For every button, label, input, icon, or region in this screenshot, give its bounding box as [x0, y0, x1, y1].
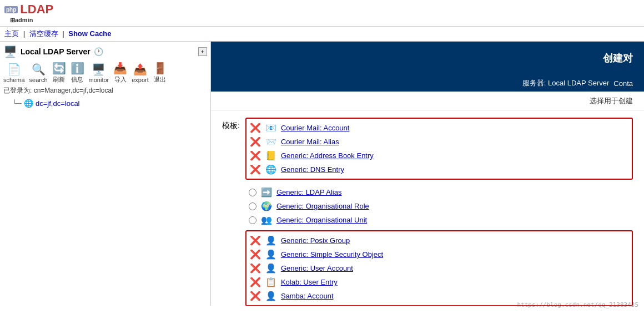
link-courier-mail-account[interactable]: Courier Mail: Account	[281, 124, 350, 132]
icon-kolab: 📋	[265, 277, 276, 287]
template-row: 模板: ❌ 📧 Courier Mail: Account ❌ 📨 Courie…	[222, 118, 633, 306]
logo-area: php LDAP ⊞admin	[0, 0, 644, 27]
main-layout: 🖥️ Local LDAP Server 🕐 + 📄 schema 🔍 sear…	[0, 42, 644, 306]
icon-org-unit: 👥	[261, 215, 272, 225]
icon-address-book: 📒	[265, 150, 276, 161]
tree-root[interactable]: └─ 🌐 dc=jf,dc=local	[3, 98, 207, 109]
info-label: 信息	[71, 75, 83, 84]
watermark: https://blog.csdn.net/qq_21383435	[517, 301, 638, 306]
content-title: 创建对	[603, 52, 633, 65]
list-item: ❌ 📋 Kolab: User Entry	[250, 275, 628, 289]
radio-org-role[interactable]	[249, 202, 256, 210]
instruction-text: 选择用于创建	[590, 97, 633, 105]
template-lists: ❌ 📧 Courier Mail: Account ❌ 📨 Courier Ma…	[245, 118, 633, 306]
error-icon-samba[interactable]: ❌	[250, 291, 261, 301]
toolbar-search[interactable]: 🔍 search	[29, 63, 48, 83]
label-generic-org-role: Generic: Organisational Role	[276, 202, 369, 210]
search-icon: 🔍	[32, 63, 46, 76]
toolbar-refresh[interactable]: 🔄 刷新	[52, 62, 66, 84]
icon-posix-group: 👤	[265, 235, 276, 246]
toolbar-import[interactable]: 📥 导入	[113, 62, 127, 84]
link-generic-address-book[interactable]: Generic: Address Book Entry	[281, 151, 374, 160]
error-icon-simple-security[interactable]: ❌	[250, 249, 261, 260]
nav-sep-2: |	[62, 29, 66, 38]
content-area: 创建对 服务器: Local LDAP Server Conta 选择用于创建 …	[211, 42, 644, 306]
logout-icon: 🚪	[153, 62, 167, 75]
server-title-label: Local LDAP Server	[21, 47, 90, 56]
red-group-2: ❌ 👤 Generic: Posix Group ❌ 👤 Generic: Si…	[245, 230, 633, 306]
toolbar-info[interactable]: ℹ️ 信息	[71, 62, 84, 84]
list-item: ❌ 📧 Courier Mail: Account	[250, 121, 628, 135]
link-generic-simple-security[interactable]: Generic: Simple Security Object	[281, 250, 383, 259]
label-generic-ldap-alias: Generic: LDAP Alias	[276, 188, 342, 196]
ldap-text: LDAP	[20, 2, 53, 17]
content-subheader: 服务器: Local LDAP Server Conta	[211, 75, 644, 92]
import-icon: 📥	[113, 62, 127, 75]
logo-row2: ⊞admin	[4, 17, 53, 24]
link-generic-posix-group[interactable]: Generic: Posix Group	[281, 236, 350, 245]
logout-label: 退出	[154, 75, 166, 84]
radio-org-unit[interactable]	[249, 216, 256, 224]
list-item: ➡️ Generic: LDAP Alias	[249, 185, 630, 199]
list-item: ❌ 🌐 Generic: DNS Entry	[250, 163, 628, 176]
link-samba-account[interactable]: Samba: Account	[281, 292, 334, 300]
tree-node-label[interactable]: dc=jf,dc=local	[36, 99, 80, 108]
list-item: ❌ 👤 Generic: Posix Group	[250, 234, 628, 247]
icon-samba: 👤	[265, 291, 276, 301]
sidebar-top: 🖥️ Local LDAP Server 🕐 +	[3, 45, 207, 58]
server-title-area: 🖥️ Local LDAP Server 🕐	[3, 45, 103, 58]
error-icon-courier-account[interactable]: ❌	[250, 123, 261, 133]
link-courier-mail-alias[interactable]: Courier Mail: Alias	[281, 138, 339, 146]
schema-icon: 📄	[7, 63, 21, 76]
icon-user-account: 👤	[265, 263, 276, 274]
label-generic-org-unit: Generic: Organisational Unit	[276, 216, 367, 224]
toolbar-monitor[interactable]: 🖥️ monitor	[89, 63, 109, 83]
icon-dns: 🌐	[265, 164, 276, 175]
list-item: ❌ 📒 Generic: Address Book Entry	[250, 149, 628, 163]
logo-row1: php LDAP	[4, 2, 53, 17]
toolbar: 📄 schema 🔍 search 🔄 刷新 ℹ️ 信息 🖥️ monitor …	[3, 62, 207, 84]
error-icon-posix-group[interactable]: ❌	[250, 235, 261, 246]
subheader-contact: Conta	[613, 79, 633, 88]
php-badge: php	[4, 6, 18, 13]
collapse-button[interactable]: +	[198, 47, 207, 56]
schema-label: schema	[3, 77, 25, 83]
list-item: ❌ 📨 Courier Mail: Alias	[250, 135, 628, 149]
sidebar: 🖥️ Local LDAP Server 🕐 + 📄 schema 🔍 sear…	[0, 42, 211, 306]
icon-simple-security: 👤	[265, 249, 276, 260]
error-icon-user-account[interactable]: ❌	[250, 263, 261, 274]
refresh-label: 刷新	[53, 75, 65, 84]
tree-expand-icon: └─	[12, 99, 22, 107]
search-label: search	[29, 77, 48, 83]
toolbar-logout[interactable]: 🚪 退出	[153, 62, 167, 84]
toolbar-export[interactable]: 📤 export	[132, 63, 149, 83]
error-icon-kolab[interactable]: ❌	[250, 277, 261, 287]
error-icon-courier-alias[interactable]: ❌	[250, 136, 261, 147]
refresh-icon: 🔄	[52, 62, 66, 75]
nav-clear-cache[interactable]: 清空缓存	[29, 29, 58, 38]
nav-home[interactable]: 主页	[4, 29, 19, 38]
template-label: 模板:	[222, 118, 240, 131]
nav-show-cache[interactable]: Show Cache	[68, 29, 111, 38]
export-label: export	[132, 77, 149, 83]
icon-org-role: 🌍	[261, 201, 272, 211]
navbar: 主页 | 清空缓存 | Show Cache	[0, 27, 644, 42]
error-icon-dns[interactable]: ❌	[250, 164, 261, 175]
monitor-label: monitor	[89, 77, 109, 83]
toolbar-schema[interactable]: 📄 schema	[3, 63, 25, 83]
content-instruction: 选择用于创建	[211, 92, 644, 111]
monitor-icon: 🖥️	[92, 63, 105, 76]
link-generic-user-account[interactable]: Generic: User Account	[281, 264, 353, 272]
error-icon-address-book[interactable]: ❌	[250, 150, 261, 161]
link-kolab-user-entry[interactable]: Kolab: User Entry	[281, 278, 338, 286]
link-generic-dns[interactable]: Generic: DNS Entry	[281, 165, 344, 174]
admin-text: ⊞admin	[10, 17, 33, 24]
icon-courier-account: 📧	[265, 123, 276, 133]
server-computer-icon: 🖥️	[3, 45, 17, 58]
radio-ldap-alias[interactable]	[249, 189, 256, 196]
red-group-1: ❌ 📧 Courier Mail: Account ❌ 📨 Courier Ma…	[245, 118, 633, 180]
icon-courier-alias: 📨	[265, 136, 276, 147]
list-item: 👥 Generic: Organisational Unit	[249, 213, 630, 227]
nav-sep-1: |	[23, 29, 27, 38]
tree-node-icon: 🌐	[24, 99, 33, 108]
